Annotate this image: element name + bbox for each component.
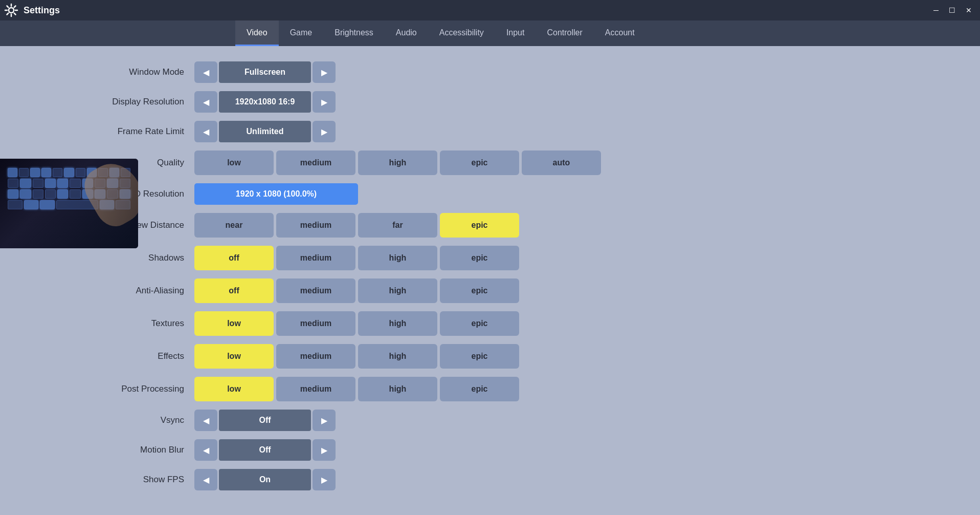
motion-blur-value: Off xyxy=(219,439,311,461)
display-resolution-label: Display Resolution xyxy=(31,97,194,107)
shadows-high[interactable]: high xyxy=(358,246,437,270)
tab-accessibility[interactable]: Accessibility xyxy=(428,20,495,46)
show-fps-stepper: ◀ On ▶ xyxy=(194,469,336,490)
post-processing-label: Post Processing xyxy=(31,384,194,394)
close-button[interactable]: ✕ xyxy=(962,5,976,15)
effects-label: Effects xyxy=(31,351,194,361)
display-resolution-prev[interactable]: ◀ xyxy=(194,91,217,113)
title-bar-left: Settings xyxy=(4,3,60,17)
show-fps-value: On xyxy=(219,469,311,490)
quality-auto[interactable]: auto xyxy=(522,151,601,175)
anti-aliasing-label: Anti-Aliasing xyxy=(31,286,194,296)
quality-epic[interactable]: epic xyxy=(440,151,519,175)
window-controls: ─ ☐ ✕ xyxy=(929,5,976,15)
quality-row: Quality low medium high epic auto xyxy=(31,151,949,175)
post-processing-medium[interactable]: medium xyxy=(276,377,355,401)
quality-high[interactable]: high xyxy=(358,151,437,175)
title-bar: Settings ─ ☐ ✕ xyxy=(0,0,980,20)
tab-controller[interactable]: Controller xyxy=(536,20,593,46)
tab-game[interactable]: Game xyxy=(279,20,324,46)
effects-low[interactable]: low xyxy=(194,344,274,369)
window-mode-prev[interactable]: ◀ xyxy=(194,61,217,83)
frame-rate-stepper: ◀ Unlimited ▶ xyxy=(194,121,336,142)
shadows-label: Shadows xyxy=(31,253,194,263)
view-distance-medium[interactable]: medium xyxy=(276,213,355,238)
post-processing-low[interactable]: low xyxy=(194,377,274,401)
post-processing-epic[interactable]: epic xyxy=(440,377,519,401)
tab-video[interactable]: Video xyxy=(235,20,279,46)
view-distance-near[interactable]: near xyxy=(194,213,274,238)
post-processing-row: Post Processing low medium high epic xyxy=(31,377,949,401)
show-fps-row: Show FPS ◀ On ▶ xyxy=(31,469,949,490)
vsync-value: Off xyxy=(219,410,311,431)
tab-audio[interactable]: Audio xyxy=(385,20,428,46)
display-resolution-next[interactable]: ▶ xyxy=(313,91,336,113)
frame-rate-value: Unlimited xyxy=(219,121,311,142)
effects-epic[interactable]: epic xyxy=(440,344,519,369)
motion-blur-label: Motion Blur xyxy=(31,445,194,455)
app-title: Settings xyxy=(24,5,60,16)
effects-medium[interactable]: medium xyxy=(276,344,355,369)
textures-label: Textures xyxy=(31,318,194,329)
frame-rate-row: Frame Rate Limit ◀ Unlimited ▶ xyxy=(31,121,949,142)
textures-epic[interactable]: epic xyxy=(440,311,519,336)
window-mode-next[interactable]: ▶ xyxy=(313,61,336,83)
shadows-off[interactable]: off xyxy=(194,246,274,270)
post-processing-high[interactable]: high xyxy=(358,377,437,401)
motion-blur-prev[interactable]: ◀ xyxy=(194,439,217,461)
gear-icon xyxy=(4,3,18,17)
resolution3d-row: 3D Resolution 1920 x 1080 (100.0%) xyxy=(31,183,949,205)
shadows-epic[interactable]: epic xyxy=(440,246,519,270)
vsync-label: Vsync xyxy=(31,415,194,425)
shadows-medium[interactable]: medium xyxy=(276,246,355,270)
quality-low[interactable]: low xyxy=(194,151,274,175)
frame-rate-label: Frame Rate Limit xyxy=(31,126,194,137)
anti-aliasing-medium[interactable]: medium xyxy=(276,278,355,303)
effects-options: low medium high epic xyxy=(194,344,519,369)
anti-aliasing-options: off medium high epic xyxy=(194,278,519,303)
thumbnail-overlay xyxy=(0,159,138,248)
window-mode-stepper: ◀ Fullscreen ▶ xyxy=(194,61,336,83)
display-resolution-row: Display Resolution ◀ 1920x1080 16:9 ▶ xyxy=(31,91,949,113)
quality-medium[interactable]: medium xyxy=(276,151,355,175)
view-distance-epic[interactable]: epic xyxy=(440,213,519,238)
window-mode-label: Window Mode xyxy=(31,67,194,77)
quality-options: low medium high epic auto xyxy=(194,151,601,175)
show-fps-label: Show FPS xyxy=(31,475,194,485)
textures-high[interactable]: high xyxy=(358,311,437,336)
tab-account[interactable]: Account xyxy=(594,20,646,46)
motion-blur-next[interactable]: ▶ xyxy=(313,439,336,461)
display-resolution-value: 1920x1080 16:9 xyxy=(219,91,311,113)
post-processing-options: low medium high epic xyxy=(194,377,519,401)
display-resolution-stepper: ◀ 1920x1080 16:9 ▶ xyxy=(194,91,336,113)
window-mode-row: Window Mode ◀ Fullscreen ▶ xyxy=(31,61,949,83)
textures-medium[interactable]: medium xyxy=(276,311,355,336)
view-distance-options: near medium far epic xyxy=(194,213,519,238)
textures-low[interactable]: low xyxy=(194,311,274,336)
anti-aliasing-row: Anti-Aliasing off medium high epic xyxy=(31,278,949,303)
frame-rate-prev[interactable]: ◀ xyxy=(194,121,217,142)
svg-point-0 xyxy=(9,8,14,13)
show-fps-next[interactable]: ▶ xyxy=(313,469,336,490)
view-distance-far[interactable]: far xyxy=(358,213,437,238)
vsync-row: Vsync ◀ Off ▶ xyxy=(31,410,949,431)
maximize-button[interactable]: ☐ xyxy=(945,5,960,15)
main-content: Window Mode ◀ Fullscreen ▶ Display Resol… xyxy=(0,46,980,514)
tab-brightness[interactable]: Brightness xyxy=(323,20,385,46)
anti-aliasing-off[interactable]: off xyxy=(194,278,274,303)
tab-input[interactable]: Input xyxy=(495,20,536,46)
vsync-next[interactable]: ▶ xyxy=(313,410,336,431)
window-mode-value: Fullscreen xyxy=(219,61,311,83)
textures-options: low medium high epic xyxy=(194,311,519,336)
show-fps-prev[interactable]: ◀ xyxy=(194,469,217,490)
frame-rate-next[interactable]: ▶ xyxy=(313,121,336,142)
resolution3d-value[interactable]: 1920 x 1080 (100.0%) xyxy=(194,183,358,205)
minimize-button[interactable]: ─ xyxy=(929,5,943,15)
effects-high[interactable]: high xyxy=(358,344,437,369)
motion-blur-stepper: ◀ Off ▶ xyxy=(194,439,336,461)
anti-aliasing-epic[interactable]: epic xyxy=(440,278,519,303)
shadows-row: Shadows off medium high epic xyxy=(31,246,949,270)
anti-aliasing-high[interactable]: high xyxy=(358,278,437,303)
vsync-prev[interactable]: ◀ xyxy=(194,410,217,431)
textures-row: Textures low medium high epic xyxy=(31,311,949,336)
